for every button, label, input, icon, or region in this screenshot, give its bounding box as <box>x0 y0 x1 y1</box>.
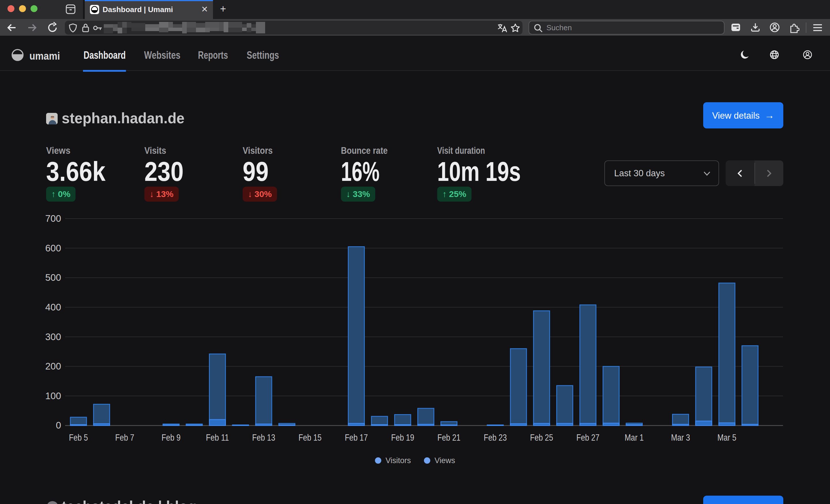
svg-text:Feb 17: Feb 17 <box>345 433 368 443</box>
svg-text:700: 700 <box>45 213 61 224</box>
svg-text:500: 500 <box>45 272 61 283</box>
svg-text:Feb 9: Feb 9 <box>162 433 181 443</box>
svg-text:Feb 27: Feb 27 <box>576 433 600 443</box>
svg-text:0: 0 <box>56 420 61 431</box>
svg-text:Feb 25: Feb 25 <box>530 433 553 443</box>
svg-text:Feb 21: Feb 21 <box>438 433 460 443</box>
svg-text:Feb 15: Feb 15 <box>298 433 322 443</box>
svg-text:Feb 5: Feb 5 <box>69 433 88 443</box>
svg-text:Mar 3: Mar 3 <box>671 433 690 443</box>
svg-text:Mar 1: Mar 1 <box>625 433 644 443</box>
svg-text:300: 300 <box>45 332 61 342</box>
svg-text:Feb 23: Feb 23 <box>484 433 507 443</box>
svg-text:100: 100 <box>45 391 61 401</box>
svg-text:600: 600 <box>45 243 61 254</box>
svg-text:Feb 13: Feb 13 <box>252 433 275 443</box>
svg-text:Feb 7: Feb 7 <box>115 433 134 443</box>
svg-text:200: 200 <box>45 361 61 372</box>
svg-text:Mar 5: Mar 5 <box>717 433 736 443</box>
svg-text:400: 400 <box>45 302 61 312</box>
svg-text:Feb 11: Feb 11 <box>206 433 229 443</box>
svg-text:Feb 19: Feb 19 <box>391 433 414 443</box>
